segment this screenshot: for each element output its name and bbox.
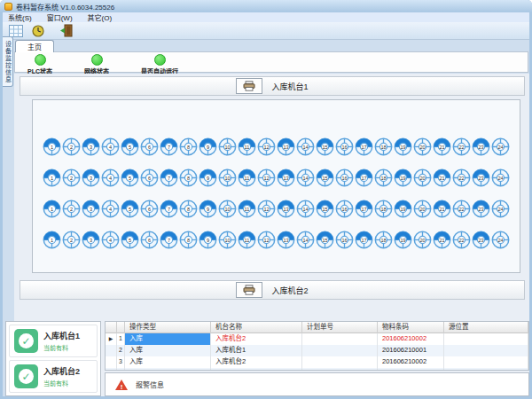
reel-slot: 8 [179,231,198,249]
slot-row: 123456789101112131415161718192021222324 [33,231,520,249]
table-cell[interactable]: 入库机台2 [211,356,302,368]
table-cell[interactable] [302,356,378,368]
reel-slot: 24 [491,231,510,249]
svg-text:15: 15 [322,176,327,181]
svg-text:13: 13 [283,176,288,181]
reel-slot: 15 [316,200,334,218]
machine2-status-card[interactable]: ✓ 入库机台2 当前有料 [9,360,98,393]
reel-slot: 7 [160,231,178,249]
reel-slot: 24 [491,200,510,218]
svg-text:15: 15 [322,145,327,150]
table-cell[interactable] [302,333,378,345]
table-cell[interactable]: 入库 [125,345,211,356]
reel-slot: 10 [218,200,237,218]
network-status-light [91,54,103,66]
reel-slot: 19 [394,200,412,218]
exit-door-icon[interactable] [58,23,75,38]
reel-slot: 5 [121,137,139,156]
table-cell[interactable]: 201606210002 [378,333,444,345]
svg-text:15: 15 [322,207,327,212]
table-cell[interactable] [444,368,528,371]
svg-text:6: 6 [148,238,151,243]
svg-text:7: 7 [168,207,170,212]
table-cell[interactable] [125,368,211,371]
reel-slot: 20 [413,200,432,218]
column-header[interactable]: 物料条码 [378,322,444,333]
reel-slot: 19 [394,137,412,156]
table-cell[interactable] [444,345,528,356]
reel-slot: 4 [101,200,120,218]
machine1-title: 入库机台1 [271,81,308,92]
column-header[interactable]: 机台名称 [211,322,302,333]
reel-slot: 5 [121,200,139,218]
print-button-machine2[interactable] [236,282,262,298]
svg-text:16: 16 [341,238,347,243]
table-cell[interactable]: 入库 [125,356,211,368]
table-cell[interactable] [302,368,378,371]
table-row[interactable]: 3入库入库机台2201606210002 [106,356,528,368]
status-panel: PLC状态 网络状态 是否自动运行 [14,51,528,73]
clock-icon[interactable] [29,23,47,38]
menu-window[interactable]: 窗口(W) [47,12,73,22]
table-cell[interactable] [444,356,528,368]
table-cell[interactable]: 入库机台1 [211,345,302,356]
svg-text:!: ! [121,382,123,390]
svg-text:23: 23 [478,176,483,181]
reel-slot: 1 [43,168,61,187]
svg-text:1: 1 [51,145,53,150]
svg-text:5: 5 [129,145,131,150]
menu-system[interactable]: 系统(S) [8,12,32,22]
tab-home[interactable]: 主页 [15,40,54,52]
reel-slot: 15 [316,168,334,187]
svg-text:5: 5 [129,176,131,181]
table-cell[interactable] [211,368,302,371]
svg-text:2: 2 [70,238,73,243]
table-row[interactable]: 2入库入库机台1201606210001 [106,345,528,356]
title-bar: 卷料暂存系统 V1.0.6034.25526 [0,0,532,12]
reel-slot: 11 [238,137,256,156]
reel-slot: 8 [179,168,198,187]
print-button-machine1[interactable] [236,78,262,94]
svg-text:3: 3 [90,238,92,243]
svg-text:22: 22 [458,238,464,243]
svg-text:2: 2 [70,207,73,212]
check-icon: ✓ [14,329,38,353]
table-cell[interactable] [444,333,528,345]
column-header[interactable]: 计划单号 [302,322,378,333]
reel-slot: 19 [394,168,412,187]
alarm-label: 报警信息 [136,379,164,389]
table-cell[interactable]: 201606210001 [378,345,444,356]
table-row[interactable]: ▶1入库入库机台2201606210002 [106,333,528,345]
menu-other[interactable]: 其它(O) [88,12,113,22]
reel-slot: 22 [452,168,471,187]
column-header[interactable]: 操作类型 [125,322,211,333]
column-header[interactable]: 源位置 [444,322,528,333]
reel-slot: 17 [355,137,373,156]
column-header[interactable] [106,322,117,333]
reel-slot: 17 [355,200,373,218]
reel-slot: 6 [140,200,159,218]
reel-slot: 18 [374,168,393,187]
reel-slot: 1 [43,200,61,218]
reel-slot: 21 [433,231,451,249]
table-cell[interactable]: 入库机台2 [211,333,302,345]
alarm-panel[interactable]: ! 报警信息 [105,372,529,396]
machine1-status-card[interactable]: ✓ 入库机台1 当前有料 [9,325,98,357]
reel-slot: 11 [238,231,256,249]
reel-slot: 12 [257,231,276,249]
table-cell[interactable]: 入库 [125,333,211,345]
table-cell[interactable]: 201606210002 [378,356,444,368]
toolbar [3,22,529,40]
table-row[interactable]: 4 [106,368,528,371]
column-header[interactable] [117,322,125,333]
check-icon: ✓ [14,364,38,388]
app-icon [4,3,12,11]
reel-slot: 16 [335,137,354,156]
reel-slot: 14 [296,231,315,249]
machine1-header: 入库机台1 [20,76,525,96]
side-collapsed-tab[interactable]: 设备监控信息 [3,36,13,87]
reel-slot: 15 [316,231,334,249]
reel-slot: 2 [62,168,81,187]
table-cell[interactable] [378,368,444,371]
table-cell[interactable] [302,345,378,356]
